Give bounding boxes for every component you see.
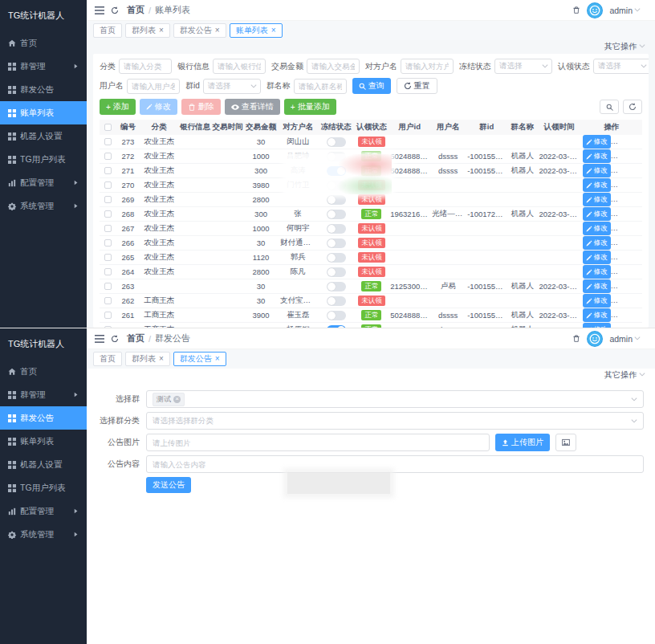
user-menu[interactable]: admin bbox=[609, 334, 641, 344]
row-checkbox[interactable] bbox=[104, 196, 112, 203]
row-edit-button[interactable]: 修改 bbox=[583, 222, 611, 235]
tab-3[interactable]: 账单列表× bbox=[230, 23, 283, 38]
trash-icon[interactable] bbox=[572, 334, 580, 343]
select-all-checkbox[interactable] bbox=[104, 124, 112, 131]
frozen-toggle[interactable] bbox=[327, 210, 346, 219]
tab-0[interactable]: 首页 bbox=[93, 352, 122, 366]
row-edit-button[interactable]: 修改 bbox=[583, 135, 611, 149]
row-edit-button[interactable]: 修改 bbox=[583, 149, 611, 163]
tab-1[interactable]: 群列表× bbox=[125, 352, 170, 366]
row-checkbox[interactable] bbox=[104, 181, 112, 189]
filter-input-2[interactable] bbox=[307, 59, 360, 74]
filter-input-2[interactable] bbox=[294, 79, 347, 94]
tab-2[interactable]: 群发公告× bbox=[173, 352, 226, 366]
row-edit-button[interactable]: 修改 bbox=[583, 279, 611, 293]
sidebar-item-broadcast-announce[interactable]: 群发公告 bbox=[0, 406, 87, 430]
frozen-toggle[interactable] bbox=[327, 253, 346, 263]
filter-input-1[interactable] bbox=[213, 59, 266, 74]
filter-input-0[interactable] bbox=[127, 79, 180, 94]
sidebar-item-system-manage[interactable]: 系统管理 bbox=[0, 523, 87, 546]
sidebar-item-config-manage[interactable]: 配置管理 bbox=[0, 171, 87, 194]
reset-button[interactable]: 重置 bbox=[397, 78, 437, 94]
frozen-toggle[interactable] bbox=[327, 267, 346, 277]
sidebar-item-robot-settings[interactable]: 机器人设置 bbox=[0, 124, 87, 148]
send-announcement-button[interactable]: 发送公告 bbox=[146, 477, 191, 493]
filter-select-1[interactable]: 请选择 bbox=[203, 79, 261, 94]
sidebar-item-system-manage[interactable]: 系统管理 bbox=[0, 194, 87, 218]
sidebar-item-robot-settings[interactable]: 机器人设置 bbox=[0, 453, 87, 476]
row-checkbox[interactable] bbox=[104, 138, 112, 145]
delete-button[interactable]: 删除 bbox=[181, 99, 221, 115]
row-edit-button[interactable]: 修改 bbox=[583, 308, 611, 322]
add-button[interactable]: +添加 bbox=[100, 99, 136, 115]
row-checkbox[interactable] bbox=[104, 312, 112, 319]
sidebar-item-broadcast-announce[interactable]: 群发公告 bbox=[0, 78, 87, 101]
frozen-toggle[interactable] bbox=[327, 166, 346, 176]
frozen-toggle[interactable] bbox=[327, 224, 346, 234]
category-select[interactable]: 请选择选择群分类 bbox=[146, 412, 644, 430]
breadcrumb-root[interactable]: 首页 bbox=[127, 332, 144, 344]
filter-input-0[interactable] bbox=[119, 59, 172, 74]
frozen-toggle[interactable] bbox=[327, 311, 346, 320]
user-menu[interactable]: admin bbox=[609, 6, 641, 15]
image-preview-button[interactable] bbox=[555, 434, 576, 451]
menu-toggle-icon[interactable] bbox=[95, 6, 104, 14]
table-search-button[interactable] bbox=[600, 100, 619, 114]
sidebar-item-group-manage[interactable]: 群管理 bbox=[0, 55, 87, 78]
upload-image-button[interactable]: 上传图片 bbox=[495, 434, 550, 451]
refresh-icon[interactable] bbox=[111, 6, 119, 14]
close-icon[interactable]: × bbox=[159, 26, 164, 35]
row-checkbox[interactable] bbox=[104, 297, 112, 304]
filter-select-4[interactable]: 请选择 bbox=[494, 59, 552, 74]
frozen-toggle[interactable] bbox=[327, 152, 346, 161]
sidebar-item-config-manage[interactable]: 配置管理 bbox=[0, 499, 87, 523]
content-input[interactable] bbox=[146, 455, 644, 473]
tag-close-icon[interactable]: × bbox=[173, 396, 181, 403]
sidebar-item-home[interactable]: 首页 bbox=[0, 360, 87, 383]
row-checkbox[interactable] bbox=[104, 268, 112, 275]
sidebar-item-bill-list[interactable]: 账单列表 bbox=[0, 430, 87, 453]
close-icon[interactable]: × bbox=[271, 26, 276, 35]
row-checkbox[interactable] bbox=[104, 210, 112, 218]
other-actions[interactable]: 其它操作 bbox=[87, 369, 655, 381]
menu-toggle-icon[interactable] bbox=[95, 335, 104, 343]
frozen-toggle[interactable] bbox=[327, 195, 346, 205]
frozen-toggle[interactable] bbox=[327, 181, 346, 190]
sidebar-item-group-manage[interactable]: 群管理 bbox=[0, 383, 87, 406]
frozen-toggle[interactable] bbox=[327, 296, 346, 306]
sidebar-item-bill-list[interactable]: 账单列表 bbox=[0, 101, 87, 124]
row-checkbox[interactable] bbox=[104, 283, 112, 290]
view-detail-button[interactable]: 查看详情 bbox=[225, 99, 280, 115]
close-icon[interactable]: × bbox=[215, 26, 220, 35]
row-checkbox[interactable] bbox=[104, 239, 112, 247]
row-edit-button[interactable]: 修改 bbox=[583, 193, 611, 206]
row-edit-button[interactable]: 修改 bbox=[583, 251, 611, 264]
group-select[interactable]: 测试× bbox=[146, 390, 644, 408]
close-icon[interactable]: × bbox=[159, 355, 164, 363]
row-checkbox[interactable] bbox=[104, 153, 112, 160]
avatar[interactable] bbox=[587, 2, 603, 18]
row-checkbox[interactable] bbox=[104, 254, 112, 261]
row-edit-button[interactable]: 修改 bbox=[583, 207, 611, 221]
frozen-toggle[interactable] bbox=[327, 282, 346, 291]
frozen-toggle[interactable] bbox=[327, 137, 346, 147]
row-edit-button[interactable]: 修改 bbox=[583, 164, 611, 177]
sidebar-item-home[interactable]: 首页 bbox=[0, 31, 87, 55]
row-edit-button[interactable]: 修改 bbox=[583, 236, 611, 250]
other-actions[interactable]: 其它操作 bbox=[87, 40, 655, 52]
sidebar-item-tg-user-list[interactable]: TG用户列表 bbox=[0, 148, 87, 171]
close-icon[interactable]: × bbox=[215, 355, 220, 363]
edit-button[interactable]: 修改 bbox=[140, 99, 177, 115]
filter-select-5[interactable]: 请选择 bbox=[593, 59, 649, 74]
batch-add-button[interactable]: +批量添加 bbox=[284, 99, 336, 115]
filter-input-3[interactable] bbox=[401, 59, 454, 74]
tab-1[interactable]: 群列表× bbox=[125, 23, 170, 38]
row-edit-button[interactable]: 修改 bbox=[583, 294, 611, 308]
search-button[interactable]: 查询 bbox=[352, 78, 391, 94]
breadcrumb-root[interactable]: 首页 bbox=[127, 4, 144, 16]
frozen-toggle[interactable] bbox=[327, 238, 346, 248]
sidebar-item-tg-user-list[interactable]: TG用户列表 bbox=[0, 476, 87, 499]
row-checkbox[interactable] bbox=[104, 225, 112, 232]
image-input[interactable] bbox=[146, 434, 490, 451]
row-checkbox[interactable] bbox=[104, 167, 112, 174]
